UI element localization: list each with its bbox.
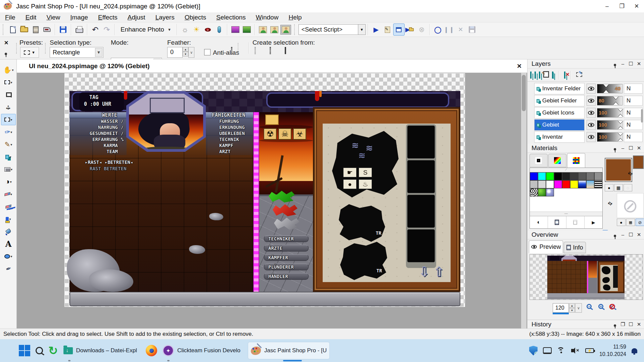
delete-layer-button[interactable]: ✕ — [564, 72, 565, 78]
menu-file[interactable]: File — [0, 13, 20, 22]
document-title-bar[interactable]: UI neu_2024.pspimage @ 120% (Gebiet) ✕ — [17, 59, 527, 73]
toolbar-grip[interactable] — [3, 24, 4, 35]
layer-row[interactable]: Gebiet Icons 100 N — [528, 107, 644, 119]
new-image-button[interactable] — [7, 24, 18, 36]
new-vector-layer-button[interactable] — [535, 72, 536, 78]
image-sample-1-button[interactable] — [230, 24, 241, 36]
selection-bounds-button[interactable] — [231, 48, 232, 54]
scrollbar-thumb[interactable] — [522, 75, 526, 111]
stop-script-button[interactable]: ⊗ — [416, 24, 427, 36]
toolbar-grip[interactable] — [294, 24, 296, 35]
swatch-scroll-up[interactable]: ⟋ — [530, 168, 602, 172]
pin-icon[interactable] — [611, 61, 618, 66]
new-layer-group-button[interactable] — [552, 72, 553, 78]
clone-tool-button[interactable]: ▾ — [1, 151, 16, 163]
tray-security-icon[interactable]: ✓ — [526, 342, 540, 359]
layer-row[interactable]: Gebiet Felder 80 N — [528, 95, 644, 106]
menu-selections[interactable]: Selections — [211, 13, 251, 22]
tray-battery-icon[interactable]: ⚡ — [583, 342, 597, 359]
selection-from-mask-button[interactable] — [255, 48, 256, 54]
menu-effects[interactable]: Effects — [93, 13, 123, 22]
presets-dropdown[interactable]: ▼ — [20, 47, 39, 58]
layer-opacity-slider[interactable]: 100 — [597, 132, 623, 142]
auto-enhance-button[interactable]: ☀ — [191, 24, 202, 36]
options-close-button[interactable]: ✕ — [4, 40, 8, 46]
save-script-button[interactable] — [466, 24, 478, 36]
swatch[interactable] — [570, 180, 578, 188]
swatch[interactable] — [586, 172, 594, 180]
menu-layers[interactable]: Layers — [150, 13, 180, 22]
rainbow-tab[interactable] — [548, 154, 566, 167]
enhance-photo-dropdown[interactable]: Enhance Photo ▼ — [117, 24, 175, 36]
menu-view[interactable]: View — [41, 13, 65, 22]
browse-button[interactable] — [30, 24, 41, 36]
fg-transparent-button[interactable]: ◌ — [624, 184, 632, 191]
image-canvas[interactable]: TAG 0 :00 UHR WERTE WASSER/ NAHRUNG/ GES… — [64, 73, 465, 307]
zoom-spinner[interactable]: ▲▼ — [569, 303, 575, 313]
selection-from-layer-opaque-button[interactable] — [270, 48, 271, 54]
pan-tool-button[interactable]: ✋▾ — [1, 64, 16, 76]
portrait-3-button[interactable] — [280, 24, 291, 36]
minimize-button[interactable]: – — [600, 1, 614, 12]
toggle-execution-button[interactable] — [393, 24, 405, 36]
tray-volume-muted-icon[interactable]: × — [568, 342, 583, 359]
menu-adjust[interactable]: Adjust — [123, 13, 150, 22]
layers-panel-header[interactable]: Layers – ☐ ✕ — [527, 59, 644, 69]
preset-shapes-tool-button[interactable]: ▾ — [1, 251, 16, 262]
portrait-2-button[interactable] — [269, 24, 280, 36]
swatch[interactable] — [594, 172, 602, 180]
script-select-dropdown-button[interactable]: ▼ — [358, 24, 366, 35]
background-eraser-tool-button[interactable] — [1, 201, 16, 212]
feather-slider-dropdown[interactable]: ∨ — [188, 47, 194, 58]
menu-help[interactable]: Help — [283, 13, 307, 22]
menu-edit[interactable]: Edit — [20, 13, 42, 22]
layer-blend-mode[interactable]: N — [624, 108, 643, 118]
layer-row[interactable]: Inventar 100 N — [528, 131, 644, 143]
close-icon[interactable]: ✕ — [636, 145, 642, 151]
cascade-icon[interactable]: ❐ — [619, 321, 626, 327]
info-tab[interactable]: Info — [564, 242, 586, 253]
close-icon[interactable]: ✕ — [636, 61, 642, 67]
zoom-reset-button[interactable]: ⊘ — [610, 304, 615, 309]
minimize-icon[interactable]: – — [619, 61, 626, 66]
canvas-vertical-scrollbar[interactable] — [521, 73, 526, 328]
document-close-button[interactable]: ✕ — [517, 62, 522, 70]
layers-scrollbar[interactable] — [641, 109, 643, 123]
pin-icon[interactable] — [611, 232, 618, 237]
taskbar-item-psp-active[interactable]: Jasc Paint Shop Pro - [U — [248, 342, 330, 359]
close-button[interactable]: ✕ — [629, 1, 644, 12]
crop-tool-button[interactable] — [1, 89, 16, 100]
options-pin-button[interactable] — [5, 50, 7, 56]
eraser-tool-button[interactable]: ▾ — [1, 188, 16, 200]
image-sample-2-button[interactable] — [241, 24, 252, 36]
scratch-remove-button[interactable] — [214, 24, 225, 36]
scratch-remover-tool-button[interactable]: ▾ — [1, 164, 16, 175]
swatch-pattern-green[interactable] — [538, 188, 546, 196]
layer-opacity-slider[interactable]: 100 — [597, 120, 623, 130]
swatch[interactable] — [538, 172, 546, 180]
swatch[interactable] — [530, 180, 538, 188]
preview-tab[interactable]: Preview — [529, 240, 563, 253]
swatch-pattern-zebra[interactable] — [530, 188, 538, 196]
overview-panel-header[interactable]: Overview – ☐ ✕ — [527, 230, 644, 239]
layer-blend-mode[interactable]: N — [624, 120, 643, 130]
swatch-gradient-blue[interactable] — [578, 180, 586, 188]
close-icon[interactable]: ✕ — [636, 232, 642, 238]
record-script-button[interactable]: ◯ — [432, 24, 444, 36]
layer-visibility-toggle[interactable] — [587, 96, 596, 106]
swatch[interactable] — [554, 180, 562, 188]
picture-tube-tool-button[interactable]: ▾ — [1, 213, 16, 225]
paint-brush-tool-button[interactable]: ✎▾ — [1, 139, 16, 150]
tray-touchpad-icon[interactable] — [540, 342, 554, 359]
layer-opacity-slider[interactable]: 80 — [597, 96, 623, 105]
tray-wifi-icon[interactable] — [554, 342, 568, 359]
pin-icon[interactable] — [611, 145, 618, 151]
maximize-icon[interactable]: ☐ — [628, 145, 634, 151]
maximize-icon[interactable]: ☐ — [628, 321, 634, 327]
swatch-gradient-sky[interactable] — [586, 180, 594, 188]
history-panel-header[interactable]: History ❐ ☐ ✕ — [527, 320, 644, 329]
start-button[interactable] — [16, 342, 33, 359]
portrait-1-button[interactable] — [257, 24, 269, 36]
copy-button[interactable] — [548, 216, 566, 228]
feather-input[interactable]: 0 — [167, 47, 183, 58]
